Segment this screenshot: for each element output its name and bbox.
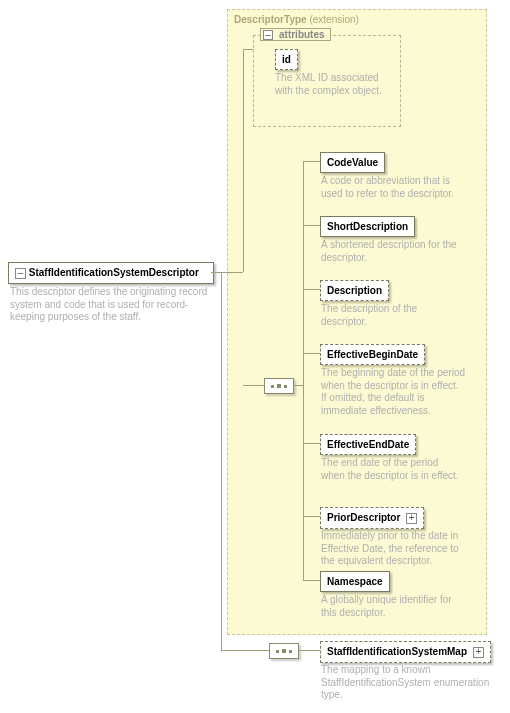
connector	[243, 49, 244, 272]
element-label: EffectiveEndDate	[327, 439, 409, 450]
sequence-icon	[264, 378, 294, 394]
element-desc-description: The description of the descriptor.	[321, 303, 461, 328]
element-shortdescription[interactable]: ShortDescription	[320, 216, 415, 237]
element-description[interactable]: Description	[320, 280, 389, 301]
element-label: EffectiveBeginDate	[327, 349, 418, 360]
attributes-legend: – attributes	[260, 28, 331, 41]
attribute-id-label: id	[282, 54, 291, 65]
connector	[303, 225, 320, 226]
connector	[303, 161, 304, 580]
connector	[303, 516, 320, 517]
element-effectivebegindate[interactable]: EffectiveBeginDate	[320, 344, 425, 365]
connector	[211, 272, 221, 273]
element-label: Description	[327, 285, 382, 296]
sequence-icon	[269, 643, 299, 659]
expand-icon: +	[473, 647, 484, 658]
root-element[interactable]: – StaffIdentificationSystemDescriptor	[8, 262, 214, 284]
collapse-icon: –	[15, 268, 26, 279]
attribute-id-desc: The XML ID associated with the complex o…	[275, 72, 390, 97]
connector	[293, 385, 303, 386]
extension-type: DescriptorType	[234, 14, 307, 25]
element-priordescriptor[interactable]: PriorDescriptor +	[320, 507, 424, 529]
root-desc: This descriptor defines the originating …	[10, 286, 210, 324]
connector	[221, 272, 243, 273]
element-desc-codevalue: A code or abbreviation that is used to r…	[321, 175, 461, 200]
connector	[303, 580, 320, 581]
collapse-icon: –	[263, 30, 273, 40]
connector	[303, 289, 320, 290]
expand-icon: +	[406, 513, 417, 524]
attributes-label: attributes	[276, 29, 328, 40]
element-desc-shortdescription: A shortened description for the descript…	[321, 239, 461, 264]
root-label: StaffIdentificationSystemDescriptor	[29, 267, 199, 278]
connector	[298, 650, 320, 651]
element-desc-namespace: A globally unique identifier for this de…	[321, 594, 461, 619]
extension-label: DescriptorType (extension)	[234, 14, 486, 25]
element-codevalue[interactable]: CodeValue	[320, 152, 385, 173]
connector	[221, 272, 222, 650]
element-desc-priordescriptor: Immediately prior to the date in Effecti…	[321, 530, 461, 568]
connector	[243, 385, 258, 386]
element-effectiveenddate[interactable]: EffectiveEndDate	[320, 434, 416, 455]
element-desc-effectivebegindate: The beginning date of the period when th…	[321, 367, 466, 417]
element-desc-map: The mapping to a known StaffIdentificati…	[321, 664, 493, 702]
connector	[303, 353, 320, 354]
element-label: ShortDescription	[327, 221, 408, 232]
element-label: PriorDescriptor	[327, 512, 400, 523]
element-label: Namespace	[327, 576, 383, 587]
connector	[303, 443, 320, 444]
attribute-id[interactable]: id	[275, 49, 298, 70]
element-desc-effectiveenddate: The end date of the period when the desc…	[321, 457, 461, 482]
element-namespace[interactable]: Namespace	[320, 571, 390, 592]
connector	[243, 49, 253, 50]
connector	[303, 161, 320, 162]
element-staffidsystemmap[interactable]: StaffIdentificationSystemMap +	[320, 641, 491, 663]
connector	[221, 650, 269, 651]
element-label: StaffIdentificationSystemMap	[327, 646, 467, 657]
element-label: CodeValue	[327, 157, 378, 168]
extension-suffix: (extension)	[307, 14, 359, 25]
